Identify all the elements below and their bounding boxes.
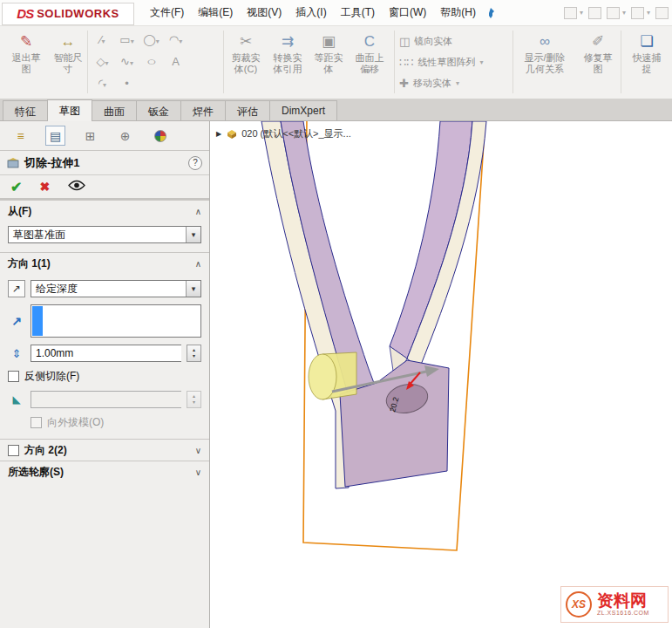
convert-entities-button[interactable]: ⇉ 转换实 体引用 — [267, 33, 309, 75]
quick-snaps-label2: 捉 — [642, 64, 652, 74]
tab-surfaces[interactable]: 曲面 — [92, 100, 137, 120]
point-tool-button[interactable]: • — [115, 73, 139, 94]
spin-down-icon[interactable]: ▾ — [193, 399, 195, 406]
ok-button[interactable]: ✔ — [10, 179, 22, 195]
chevron-down-icon[interactable]: ∨ — [195, 446, 201, 455]
fillet-tool-button[interactable]: ◜▾ — [91, 73, 114, 94]
menu-edit[interactable]: 编辑(E) — [191, 1, 240, 24]
open-icon[interactable] — [588, 7, 601, 19]
depth-input[interactable]: 1.00mm — [31, 345, 181, 362]
cut-cylinder-cap[interactable] — [309, 354, 336, 399]
polygon-dropdown-icon[interactable]: ▾ — [105, 59, 108, 67]
draft-spinner[interactable]: ▴ ▾ — [187, 391, 201, 408]
selection-highlight — [32, 306, 43, 336]
offset-entities-button[interactable]: ▣ 等距实 体 — [310, 33, 347, 75]
direction1-section-header[interactable]: 方向 1(1) ∧ — [0, 252, 209, 274]
tab-dimxpert[interactable]: DimXpert — [269, 100, 337, 120]
spin-down-icon[interactable]: ▾ — [193, 353, 195, 359]
rectangle-tool-button[interactable]: ▭▾ — [115, 30, 139, 51]
circle-dropdown-icon[interactable]: ▾ — [156, 38, 160, 45]
menu-help[interactable]: 帮助(H) — [433, 1, 483, 24]
save-dropdown-icon[interactable]: ▾ — [622, 9, 626, 17]
graphics-area[interactable]: 20.2 ▶ 020 (默认<<默认>_显示... XS 资料网 ZL.XS16… — [210, 121, 672, 628]
menu-file[interactable]: 文件(F) — [143, 1, 191, 24]
cancel-button[interactable]: ✖ — [39, 180, 50, 194]
property-manager-tab-icon[interactable]: ▤ — [45, 126, 65, 146]
tab-sketch[interactable]: 草图 — [47, 99, 92, 121]
mirror-entities-button[interactable]: ◫ 镜向实体 — [399, 35, 452, 48]
display-delete-relations-button[interactable]: ∞ 显示/删除 几何关系 — [516, 33, 574, 75]
dropdown-arrow-icon[interactable]: ▾ — [186, 281, 200, 297]
arc-tool-button[interactable]: ◠▾ — [164, 30, 187, 51]
from-section-header[interactable]: 从(F) ∧ — [0, 200, 209, 222]
spin-up-icon[interactable]: ▴ — [193, 393, 195, 399]
linear-sketch-pattern-button[interactable]: ∷∷ 线性草图阵列 ▾ — [399, 56, 484, 69]
spline-tool-button[interactable]: ∿▾ — [115, 51, 139, 72]
chevron-down-icon[interactable]: ∨ — [195, 468, 201, 477]
line-dropdown-icon[interactable]: ▾ — [102, 38, 105, 45]
display-manager-tab-icon[interactable] — [150, 126, 170, 146]
repair-sketch-button[interactable]: ✐ 修复草 图 — [577, 33, 619, 75]
dimxpert-manager-tab-icon[interactable]: ⊕ — [115, 126, 135, 146]
surface-offset-button[interactable]: C 曲面上 偏移 — [349, 33, 390, 75]
trim-entities-button[interactable]: ✂ 剪裁实 体(C) — [227, 33, 265, 75]
reverse-direction-icon[interactable]: ↗ — [8, 280, 25, 297]
depth-spinner[interactable]: ▴ ▾ — [187, 345, 201, 362]
end-condition-select[interactable]: 给定深度 ▾ — [31, 280, 201, 297]
line-tool-button[interactable]: ∕▾ — [91, 30, 114, 51]
menu-tools[interactable]: 工具(T) — [334, 1, 382, 24]
circle-tool-button[interactable]: ◯▾ — [139, 30, 163, 51]
direction2-checkbox[interactable] — [8, 445, 19, 456]
flip-side-checkbox[interactable] — [8, 371, 19, 382]
options-icon[interactable] — [655, 7, 669, 19]
smart-dimension-button[interactable]: ↔ 智能尺 寸 — [48, 33, 88, 75]
chevron-up-icon[interactable]: ∧ — [195, 259, 201, 269]
selected-contours-section-header[interactable]: 所选轮廓(S) ∨ — [0, 461, 209, 482]
property-manager-actions: ✔ ✖ — [0, 175, 209, 200]
help-icon[interactable]: ? — [188, 156, 202, 170]
draft-angle-input[interactable] — [31, 391, 181, 408]
quick-snaps-label: 快速捕 — [633, 52, 662, 63]
move-entities-button[interactable]: ✚ 移动实体 ▾ — [399, 77, 459, 90]
spline-dropdown-icon[interactable]: ▾ — [130, 59, 133, 67]
feature-tree-breadcrumb[interactable]: ▶ 020 (默认<<默认>_显示... — [216, 127, 351, 140]
relations-glasses-icon: ∞ — [516, 33, 574, 52]
direction2-section-header[interactable]: 方向 2(2) ∨ — [0, 439, 209, 461]
text-tool-button[interactable]: A — [164, 51, 187, 72]
ellipse-tool-button[interactable]: ○ — [139, 51, 163, 72]
arc-dropdown-icon[interactable]: ▾ — [179, 38, 182, 45]
chevron-up-icon[interactable]: ∧ — [195, 207, 201, 216]
part-name: 020 (默认<<默认>_显示... — [241, 127, 351, 140]
print-icon[interactable] — [631, 7, 644, 19]
draft-outward-checkbox[interactable] — [31, 417, 42, 428]
spin-up-icon[interactable]: ▴ — [193, 347, 195, 353]
direction-reference-box[interactable] — [31, 304, 201, 338]
pin-menu-icon[interactable] — [485, 7, 496, 19]
dropdown-arrow-icon[interactable]: ▾ — [186, 227, 200, 242]
new-document-dropdown-icon[interactable]: ▾ — [580, 9, 583, 17]
surface-offset-label: 曲面上 — [356, 52, 384, 63]
quick-snaps-button[interactable]: ❏ 快速捕 捉 — [624, 33, 669, 75]
configuration-manager-tab-icon[interactable]: ⊞ — [80, 126, 100, 146]
menu-insert[interactable]: 插入(I) — [288, 1, 333, 24]
from-condition-select[interactable]: 草图基准面 ▾ — [8, 226, 201, 243]
print-dropdown-icon[interactable]: ▾ — [647, 9, 650, 17]
save-icon[interactable] — [607, 7, 620, 19]
tab-sheet-metal[interactable]: 钣金 — [136, 100, 181, 120]
detailed-preview-button[interactable] — [67, 179, 86, 195]
polygon-tool-button[interactable]: ◇▾ — [91, 51, 114, 72]
new-document-icon[interactable] — [564, 7, 577, 19]
feature-manager-tab-icon[interactable]: ≡ — [10, 126, 31, 146]
tab-evaluate[interactable]: 评估 — [225, 100, 270, 120]
move-dropdown-icon[interactable]: ▾ — [456, 79, 459, 87]
tab-features[interactable]: 特征 — [3, 100, 48, 120]
model-canvas[interactable]: 20.2 — [210, 121, 672, 628]
tab-weldments[interactable]: 焊件 — [180, 100, 226, 120]
tree-expand-icon[interactable]: ▶ — [216, 130, 221, 138]
menu-view[interactable]: 视图(V) — [240, 1, 288, 24]
rectangle-dropdown-icon[interactable]: ▾ — [131, 38, 134, 45]
menu-window[interactable]: 窗口(W) — [382, 1, 433, 24]
exit-sketch-button[interactable]: ✎ 退出草 图 — [3, 33, 49, 75]
fillet-dropdown-icon[interactable]: ▾ — [103, 81, 106, 89]
linear-pattern-dropdown-icon[interactable]: ▾ — [480, 58, 484, 66]
